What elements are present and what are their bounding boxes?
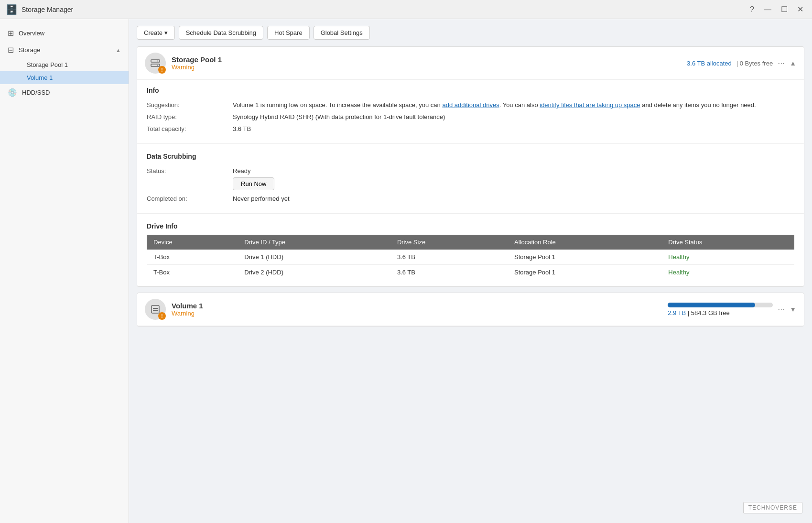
titlebar-controls: ? — ☐ ✕ (747, 4, 806, 15)
drive-table: Device Drive ID / Type Drive Size Alloca… (147, 235, 794, 280)
info-section: Info Suggestion: Volume 1 is running low… (137, 80, 804, 142)
drive-id-type: Drive 1 (HDD) (238, 250, 390, 265)
drive-status: Healthy (661, 250, 794, 265)
sidebar-hdd-ssd-label: HDD/SSD (22, 89, 50, 96)
create-button[interactable]: Create ▾ (137, 26, 175, 40)
watermark: TECHNOVERSE (743, 502, 802, 513)
storage-pool-free: | 0 Bytes free (736, 60, 773, 67)
col-drive-status: Drive Status (661, 235, 794, 250)
close-button[interactable]: ✕ (794, 4, 806, 15)
svg-rect-4 (152, 305, 159, 313)
app-icon: 🗄️ (6, 4, 18, 15)
app-container: ⊞ Overview ⊟ Storage ▲ Storage Pool 1 Vo… (0, 19, 812, 523)
volume-warning-badge: ! (158, 312, 166, 320)
volume-storage-separator: | (688, 309, 691, 316)
storage-pool-card-header: ! Storage Pool 1 Warning 3.6 TB allocate… (137, 47, 804, 80)
total-capacity-row: Total capacity: 3.6 TB (147, 123, 794, 135)
volume-header-right: 2.9 TB | 584.3 GB free ··· ▼ (668, 303, 796, 316)
data-scrubbing-section: Data Scrubbing Status: Ready Run Now Com… (137, 146, 804, 211)
volume-menu-button[interactable]: ··· (778, 305, 785, 315)
drive-info-title: Drive Info (147, 222, 794, 230)
total-capacity-value: 3.6 TB (233, 125, 794, 132)
drive-status: Healthy (661, 265, 794, 280)
volume-card-header: ! Volume 1 Warning 2.9 TB | 584.3 G (137, 293, 804, 326)
schedule-scrubbing-button[interactable]: Schedule Data Scrubbing (179, 26, 263, 40)
svg-point-2 (157, 61, 158, 62)
col-drive-size: Drive Size (390, 235, 508, 250)
storage-pool-card: ! Storage Pool 1 Warning 3.6 TB allocate… (137, 46, 804, 287)
run-now-button[interactable]: Run Now (233, 177, 274, 190)
raid-type-row: RAID type: Synology Hybrid RAID (SHR) (W… (147, 111, 794, 123)
hot-spare-button[interactable]: Hot Spare (267, 26, 310, 40)
sidebar-item-volume-1[interactable]: Volume 1 (0, 71, 129, 84)
col-allocation-role: Allocation Role (508, 235, 661, 250)
sidebar-overview-label: Overview (19, 30, 44, 37)
volume-1-label: Volume 1 (27, 74, 53, 81)
titlebar: 🗄️ Storage Manager ? — ☐ ✕ (0, 0, 812, 19)
table-row: T-Box Drive 2 (HDD) 3.6 TB Storage Pool … (147, 265, 794, 280)
suggestion-end: and delete any items you no longer need. (640, 101, 756, 109)
storage-pool-toggle-button[interactable]: ▲ (790, 59, 796, 67)
volume-storage-text: 2.9 TB | 584.3 GB free (668, 309, 773, 316)
sidebar-item-storage-pool-1[interactable]: Storage Pool 1 (0, 58, 129, 71)
suggestion-label: Suggestion: (147, 101, 233, 109)
sidebar-item-hdd-ssd[interactable]: 💿 HDD/SSD (0, 84, 129, 101)
raid-type-value: Synology Hybrid RAID (SHR) (With data pr… (233, 113, 794, 120)
scrubbing-status-label: Status: (147, 167, 233, 190)
storage-pool-allocation: 3.6 TB allocated (687, 60, 732, 67)
minimize-button[interactable]: — (761, 4, 774, 15)
storage-pool-menu-button[interactable]: ··· (778, 58, 785, 68)
volume-status: Warning (172, 310, 662, 317)
identify-files-link[interactable]: identify files that are taking up space (540, 101, 640, 109)
titlebar-left: 🗄️ Storage Manager (6, 4, 73, 15)
sidebar-storage-label: Storage (19, 46, 41, 54)
volume-progress-wrap: 2.9 TB | 584.3 GB free (668, 303, 773, 316)
suggestion-value: Volume 1 is running low on space. To inc… (233, 101, 794, 109)
drive-size: 3.6 TB (390, 265, 508, 280)
drive-table-header-row: Device Drive ID / Type Drive Size Alloca… (147, 235, 794, 250)
svg-point-3 (157, 65, 158, 66)
scrubbing-status-row: Status: Ready Run Now (147, 165, 794, 193)
progress-bar-fill (668, 303, 755, 307)
info-section-title: Info (147, 87, 794, 94)
storage-pool-warning-badge: ! (158, 66, 166, 74)
sidebar-item-storage[interactable]: ⊟ Storage ▲ (0, 42, 129, 58)
global-settings-button[interactable]: Global Settings (314, 26, 370, 40)
content-area: Create ▾ Schedule Data Scrubbing Hot Spa… (129, 19, 812, 523)
scrubbing-status-value: Ready Run Now (233, 167, 794, 190)
sidebar-item-overview[interactable]: ⊞ Overview (0, 25, 129, 42)
toolbar: Create ▾ Schedule Data Scrubbing Hot Spa… (129, 19, 812, 46)
storage-expand-icon: ▲ (116, 47, 121, 53)
app-title: Storage Manager (22, 6, 73, 13)
storage-pool-title: Storage Pool 1 (172, 55, 681, 64)
add-drives-link[interactable]: add additional drives (442, 101, 499, 109)
maximize-button[interactable]: ☐ (778, 4, 790, 15)
total-capacity-label: Total capacity: (147, 125, 233, 132)
suggestion-text: Volume 1 is running low on space. To inc… (233, 101, 442, 109)
col-drive-id: Drive ID / Type (238, 235, 390, 250)
drive-info-section: Drive Info Device Drive ID / Type Drive … (137, 216, 804, 286)
scrubbing-status-text: Ready (233, 167, 794, 174)
volume-used: 2.9 TB (668, 309, 686, 316)
svg-rect-0 (151, 60, 160, 62)
drive-allocation-role: Storage Pool 1 (508, 265, 661, 280)
raid-type-label: RAID type: (147, 113, 233, 120)
drive-table-head: Device Drive ID / Type Drive Size Alloca… (147, 235, 794, 250)
suggestion-mid: . You can also (499, 101, 540, 109)
completed-value: Never performed yet (233, 195, 794, 202)
drive-size: 3.6 TB (390, 250, 508, 265)
storage-pool-status: Warning (172, 64, 681, 71)
section-divider-2 (137, 213, 804, 214)
table-row: T-Box Drive 1 (HDD) 3.6 TB Storage Pool … (147, 250, 794, 265)
hdd-ssd-icon: 💿 (8, 88, 17, 97)
volume-free: 584.3 GB free (691, 309, 730, 316)
volume-header-info: Volume 1 Warning (172, 302, 662, 317)
data-scrubbing-title: Data Scrubbing (147, 153, 794, 160)
svg-rect-6 (153, 310, 158, 311)
volume-toggle-button[interactable]: ▼ (790, 305, 796, 313)
watermark-text: TECHNOVERSE (748, 504, 797, 511)
volume-icon-wrap: ! (145, 299, 166, 320)
help-button[interactable]: ? (747, 4, 757, 15)
section-divider-1 (137, 143, 804, 144)
drive-device: T-Box (147, 250, 238, 265)
